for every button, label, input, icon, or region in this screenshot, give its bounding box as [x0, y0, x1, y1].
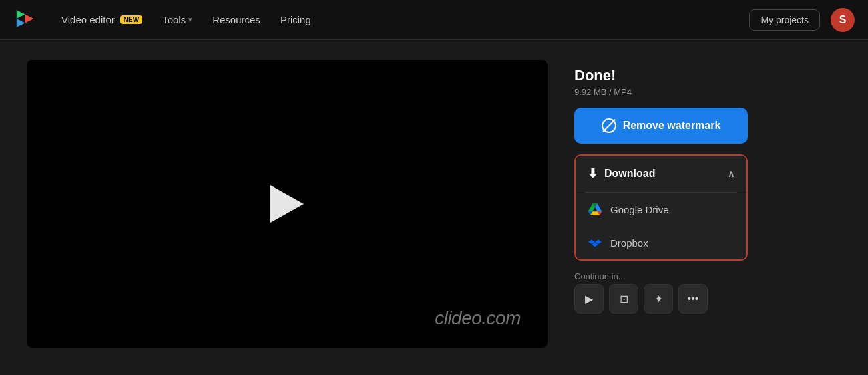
- navbar: Video editor NEW Tools ▾ Resources Prici…: [0, 0, 868, 40]
- google-drive-icon: [588, 202, 602, 217]
- continue-subtitle-icon[interactable]: ⊡: [609, 284, 638, 314]
- nav-item-pricing[interactable]: Pricing: [272, 10, 319, 29]
- nav-links: Video editor NEW Tools ▾ Resources Prici…: [53, 10, 730, 29]
- more-icon: •••: [688, 293, 699, 305]
- continue-label: Continue in...: [574, 271, 748, 281]
- nav-item-resources[interactable]: Resources: [204, 10, 268, 29]
- continue-section: Continue in... ▶ ⊡ ✦ •••: [574, 271, 748, 314]
- avatar[interactable]: S: [831, 8, 855, 32]
- continue-sparkle-icon[interactable]: ✦: [644, 284, 673, 314]
- svg-marker-1: [17, 10, 25, 19]
- remove-watermark-button[interactable]: Remove watermark: [574, 108, 748, 144]
- google-drive-option[interactable]: Google Drive: [576, 193, 746, 226]
- video-player[interactable]: clideo.com: [27, 60, 548, 348]
- done-section: Done! 9.92 MB / MP4: [574, 67, 748, 97]
- nav-item-video-editor[interactable]: Video editor NEW: [53, 10, 150, 29]
- svg-marker-2: [25, 14, 34, 23]
- continue-icons: ▶ ⊡ ✦ •••: [574, 284, 748, 314]
- download-dropdown: ⬇ Download ∧ Google Drive: [574, 154, 748, 261]
- no-entry-icon: [602, 118, 616, 133]
- play-button[interactable]: [270, 185, 304, 223]
- continue-video-icon[interactable]: ▶: [574, 284, 604, 314]
- tools-chevron-icon: ▾: [188, 15, 192, 24]
- chevron-up-icon: ∧: [728, 168, 734, 179]
- download-button[interactable]: ⬇ Download ∧: [576, 156, 746, 192]
- nav-item-tools[interactable]: Tools ▾: [154, 10, 200, 29]
- dropbox-option[interactable]: Dropbox: [576, 226, 746, 259]
- right-panel: Done! 9.92 MB / MP4 Remove watermark ⬇ D…: [574, 60, 748, 314]
- my-projects-button[interactable]: My projects: [749, 9, 820, 31]
- video-icon: ▶: [585, 293, 593, 305]
- download-icon: ⬇: [588, 166, 598, 181]
- dropbox-icon: [588, 235, 602, 250]
- sparkle-icon: ✦: [654, 293, 663, 305]
- nav-right: My projects S: [749, 8, 855, 32]
- subtitle-icon: ⊡: [620, 293, 628, 305]
- done-title: Done!: [574, 67, 748, 84]
- watermark-text: clideo.com: [435, 307, 521, 329]
- file-info: 9.92 MB / MP4: [574, 87, 748, 97]
- main-content: clideo.com Done! 9.92 MB / MP4 Remove wa…: [0, 40, 868, 375]
- logo[interactable]: [13, 8, 35, 32]
- svg-marker-3: [17, 19, 25, 27]
- continue-more-icon[interactable]: •••: [678, 284, 708, 314]
